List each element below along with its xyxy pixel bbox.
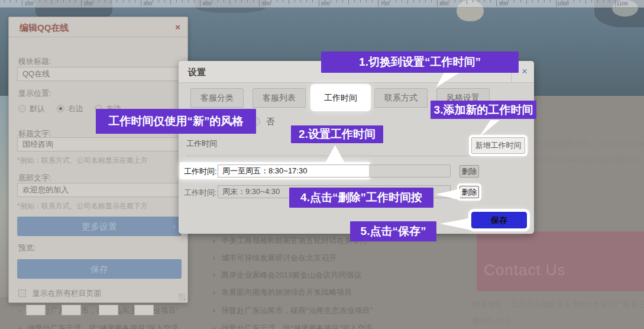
radio-default[interactable] — [18, 105, 26, 112]
footer-text-input[interactable] — [17, 183, 182, 197]
news-item[interactable]: ›发展面向南海的旅游综合开发战略项目 — [213, 287, 352, 298]
delete-button-row1[interactable]: 删除 — [459, 165, 479, 178]
ruler-label: 1000 — [557, 1, 569, 7]
work-time-row1-input[interactable] — [218, 164, 451, 178]
tab-contact-method[interactable]: 联系方式 — [374, 88, 428, 108]
contact-address: 楼910- 911 — [472, 315, 509, 326]
x-input[interactable] — [26, 305, 46, 315]
ruler-tick — [206, 0, 206, 2]
ruler-tick — [580, 0, 580, 2]
edit-qq-online-dialog: 编辑QQ在线 × 模块标题: 显示位置: 默认 右边 左边 标题文字: *例如：… — [8, 17, 188, 303]
ruler-tick — [502, 0, 503, 2]
ruler-tick — [490, 0, 491, 2]
ruler-tick — [556, 0, 556, 7]
chevron-right-icon: › — [213, 324, 215, 329]
show-all-pages-checkbox[interactable] — [18, 289, 26, 297]
ruler-tick — [443, 0, 444, 2]
chevron-right-icon: › — [213, 270, 215, 279]
w-input[interactable] — [99, 305, 118, 315]
ruler-label: 400 — [202, 1, 211, 7]
ruler-tick — [265, 0, 266, 2]
resize-handle[interactable] — [179, 293, 186, 301]
news-item[interactable]: ›张晋赴广东云浮，就“健康服务项目”深入交流 — [19, 323, 179, 329]
ruler-tick — [63, 0, 64, 2]
delete-button-row2[interactable]: 删除 — [459, 186, 479, 198]
ruler-tick — [562, 0, 562, 2]
ruler-tick — [87, 0, 88, 2]
ruler-tick — [461, 0, 461, 2]
ruler-tick — [75, 0, 76, 2]
ruler-tick — [170, 0, 171, 4]
ruler-tick — [69, 0, 70, 2]
ruler-tick — [319, 0, 319, 7]
ruler-tick — [514, 0, 514, 2]
dialog-title: 编辑QQ在线 — [20, 22, 69, 34]
ruler-tick — [241, 0, 242, 2]
radio-no-label: 否 — [266, 117, 274, 126]
ruler-label: 900 — [499, 1, 508, 7]
coordinate-inputs-row: x: y: w: h: — [18, 305, 184, 315]
ruler-tick — [532, 0, 533, 2]
ruler-tick — [574, 0, 574, 2]
save-button-dialog[interactable]: 保存 — [17, 259, 182, 279]
header-text-input[interactable] — [17, 137, 182, 151]
ruler-tick — [520, 0, 521, 2]
news-item[interactable]: ›张晋赴广东云浮，就“健康服务项目”深入交流 — [213, 323, 373, 329]
close-icon[interactable]: × — [522, 66, 528, 78]
ruler-tick — [164, 0, 165, 2]
ruler-tick — [496, 0, 497, 7]
ruler-tick — [396, 0, 396, 2]
ruler-tick — [295, 0, 295, 2]
save-label: 保存 — [90, 264, 108, 274]
ruler-tick — [28, 0, 28, 2]
module-title-label: 模块标题: — [18, 56, 51, 67]
w-label: w: — [89, 305, 97, 314]
save-button-modal[interactable]: 保存 — [471, 212, 527, 228]
ruler-label: 700 — [380, 1, 389, 7]
callout-step4: 4.点击“删除”工作时间按 — [289, 188, 433, 208]
module-title-input[interactable] — [17, 67, 182, 81]
ruler-tick — [105, 0, 105, 2]
ruler-label: 1100 — [616, 1, 627, 7]
ruler-tick — [235, 0, 236, 2]
ruler-tick — [526, 0, 527, 4]
ruler-tick — [360, 0, 361, 2]
news-item[interactable]: ›城市可持续发展研讨会在北京召开 — [213, 253, 336, 263]
ruler-tick — [336, 0, 337, 2]
ruler-tick — [331, 0, 331, 2]
h-input[interactable] — [134, 305, 154, 315]
show-all-pages-row: 显示在所有栏目页面 — [18, 288, 102, 299]
chevron-right-icon: › — [173, 217, 176, 236]
ruler: 10020030040050060070080090010001100 — [0, 0, 644, 8]
ruler-tick — [538, 0, 539, 2]
ruler-tick — [508, 0, 509, 2]
callout-step2: 2.设置工作时间 — [291, 125, 383, 143]
ruler-label: 800 — [440, 1, 449, 7]
ruler-tick — [283, 0, 283, 2]
ruler-tick — [224, 0, 224, 2]
ruler-tick — [473, 0, 473, 2]
more-settings-button[interactable]: 更多设置 › — [17, 217, 182, 236]
ruler-tick — [390, 0, 390, 2]
ruler-tick — [135, 0, 135, 2]
header-hint: *例如：联系方式、公司名称显示在最上方 — [17, 156, 148, 166]
close-icon[interactable]: × — [175, 22, 180, 32]
ruler-tick — [253, 0, 254, 2]
news-item[interactable]: ›张晋赴广东汕尾市，磋商“汕尾生态农业项目” — [213, 305, 373, 316]
add-work-time-button[interactable]: 新增工作时间 — [471, 137, 525, 154]
ruler-tick — [467, 0, 467, 4]
ruler-tick — [585, 0, 586, 4]
ruler-tick — [603, 0, 604, 2]
callout-step1: 1.切换到设置“工作时间” — [321, 51, 519, 73]
ruler-tick — [425, 0, 426, 2]
ruler-tick — [325, 0, 325, 2]
tab-service-category[interactable]: 客服分类 — [190, 88, 244, 108]
radio-right[interactable] — [57, 105, 64, 112]
tab-service-list[interactable]: 客服列表 — [253, 88, 306, 108]
ruler-label: 600 — [321, 1, 330, 7]
work-time-section-label: 工作时间 — [186, 138, 217, 149]
y-input[interactable] — [62, 305, 81, 315]
news-item[interactable]: ›中美工商领袖和前高官第五轮对话在美举行 — [213, 236, 367, 246]
news-item[interactable]: ›两岸企业家峰会2013紫金山会议共同倡议 — [213, 270, 361, 280]
tab-work-time[interactable]: 工作时间 — [312, 86, 369, 109]
